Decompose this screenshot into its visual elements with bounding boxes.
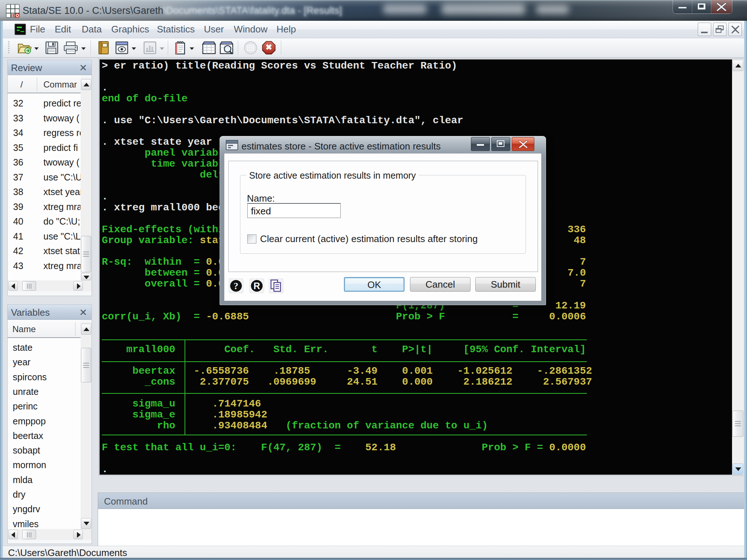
svg-text:?: ? xyxy=(234,281,239,291)
svg-text:R: R xyxy=(253,281,260,291)
